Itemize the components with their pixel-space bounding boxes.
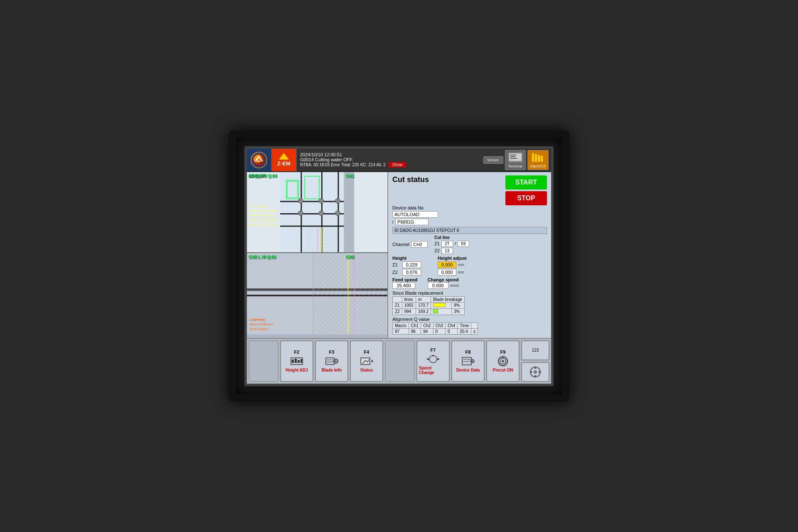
center-val: Center=0.0004mm [249,209,278,213]
right-panel: Cut status START STOP Device data No AUT… [388,172,551,338]
align-ch3-val: 0 [433,328,445,334]
align-macro-header: Macro [393,323,409,328]
f9-name: Precut ON [493,368,513,372]
align-ch3-header: Ch3 [433,323,445,328]
f4-status-button[interactable]: F4 Status [350,340,383,382]
machine-panel: Z-EM 2024/10/10 12:00:51 G0014 Cutting w… [229,131,569,402]
f2-height-adj-button[interactable]: F2 Height ADJ [280,340,313,382]
f8-device-data-button[interactable]: F8 Device Data [451,340,485,382]
status-row: NTBA: 00:18:03 Error Total: 225 KC: 214 … [300,162,478,167]
status-text: NTBA: 00:18:03 Error Total: 225 KC: 214 … [300,163,385,167]
ch1r-label: CH1 [346,174,354,178]
empty-left-button[interactable] [249,340,278,382]
z2-adjust-box[interactable]: 0.000 [438,269,456,276]
chipping-overlay: CHIPPING Max=0.0054mm Area=330pix. [249,318,273,332]
f7-speed-change-button[interactable]: F7 Speed Change [416,340,450,382]
svg-rect-46 [300,359,302,363]
mm-label1: mm [458,263,464,267]
change-value-box: 0.000 [428,282,448,289]
show-button[interactable]: Show [389,162,406,167]
speed-change-icon [426,354,440,364]
z1-cut-label: Z1 [434,241,440,246]
svg-point-73 [534,370,537,374]
svg-point-51 [335,360,337,362]
z2-height-box: 0.076 [402,269,421,276]
cam-ch1: CH1 L HI Q:84 CH1 LO Q:97 [247,172,387,253]
z1-breakage: 9% [451,302,464,308]
f3-blade-info-button[interactable]: F3 Blade Info [315,340,348,382]
blade-info-icon [325,356,338,366]
svg-point-24 [335,198,340,203]
svg-point-25 [298,211,303,216]
status-icon [360,356,373,366]
terminal-button[interactable]: Terminal [505,150,526,170]
height-label: Height [392,256,421,261]
zem-label: Z-EM [277,160,291,167]
device-data-icon [461,356,475,366]
f7-label: F7 [431,347,436,352]
zem-button[interactable]: Z-EM [272,149,297,171]
total-cut-box: 69 [458,241,469,247]
svg-rect-44 [295,359,297,363]
mms-label: mm/s [450,283,459,288]
svg-point-22 [298,198,303,203]
btn-joystick[interactable] [521,362,549,382]
alignment-table: Macro Ch1 Ch2 Ch3 Ch4 Time 97 96 94 [392,323,478,335]
z2-blade-label: Z2 [393,308,402,315]
right-bottom-buttons: 123 qwe [521,340,554,382]
precut-icon [496,356,510,366]
empty-middle-button[interactable] [385,340,415,382]
f8-label: F8 [466,350,471,355]
z1-h-label: Z1 [392,262,401,267]
screen: Z-EM 2024/10/10 12:00:51 G0014 Cutting w… [244,146,554,386]
svg-rect-3 [509,153,522,161]
stop-button[interactable]: STOP [505,191,547,205]
cut-status-title: Cut status [392,175,429,184]
logo-icon [251,152,267,168]
z1-lines: 1002 [402,302,416,308]
svg-point-23 [319,198,324,203]
btn-123-label: 123 [532,348,539,352]
svg-rect-11 [541,156,543,162]
z2-point: Z2_Point=0.0 [249,204,278,209]
chipping-max: Max=0.0054mm [249,322,273,327]
feed-speed-label: Feed speed [392,277,418,282]
top-info: 2024/10/10 12:00:51 G0014 Cutting water … [297,149,481,171]
align-ch2-header: Ch2 [421,323,433,328]
align-ch2-val: 94 [421,328,433,334]
sensor-button[interactable]: Sensor [483,156,503,164]
z1-adjust-box[interactable]: 0.000 [438,261,456,268]
channel-box: CH2 [411,241,428,248]
start-button[interactable]: START [505,175,547,190]
btn-123[interactable]: 123 [521,340,549,360]
svg-rect-8 [532,153,534,162]
chipping-label: CHIPPING [249,318,273,322]
bottom-bar: F2 Height ADJ F3 [247,338,551,384]
start-stop-group: START STOP [505,175,547,205]
btn-qwe[interactable]: qwe [551,340,554,360]
z1-height-box: 0.229 [402,261,421,268]
svg-point-70 [502,360,504,362]
cut-line-label: Cut line [434,235,450,240]
f9-precut-button[interactable]: F9 Precut ON [486,340,520,382]
align-macro-val: 97 [393,328,409,334]
svg-rect-62 [462,357,471,365]
alarm-button[interactable]: Alarm/Clr [527,150,549,170]
height-adjust-label: Height adjust [438,256,467,261]
f3-name: Blade Info [322,368,342,372]
ch2-label: CH2 L HI Q:81 [249,255,276,259]
zem-arrow-icon: Z-EM [277,153,291,167]
f4-name: Status [360,368,373,372]
z2-breakage: 3% [451,308,464,315]
autoload-box: AUTOLOAD [392,211,438,218]
direct-button[interactable]: Direct [551,362,554,382]
bottom-right-row: Direct [521,362,554,382]
datetime-display: 2024/10/10 12:00:51 [300,152,478,157]
f8-name: Device Data [456,368,480,372]
blade-breakage-header: Blade breakage [431,296,464,302]
top-bar: Z-EM 2024/10/10 12:00:51 G0014 Cutting w… [247,149,551,172]
device-data-label: Device data No [392,205,547,210]
f2-label: F2 [294,350,300,355]
channel-label: Channel [392,242,409,247]
ch2r-label: CH2 [346,255,354,259]
